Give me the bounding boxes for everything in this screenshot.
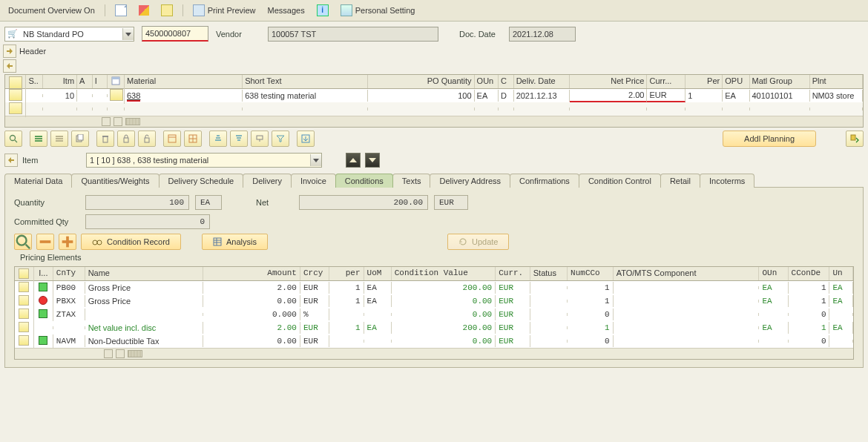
info-button[interactable]: i [313,3,332,18]
scroll-left-button[interactable] [104,349,113,358]
col-select[interactable] [5,75,26,88]
scroll-thumb[interactable] [125,118,140,125]
sort-desc-button[interactable] [230,131,248,147]
col-f-icon-header[interactable] [108,75,125,88]
tab-incoterms[interactable]: Incoterms [700,174,754,188]
condition-record-button[interactable]: Condition Record [81,234,181,250]
item-previous-button[interactable] [346,153,361,168]
deselect-all-button[interactable] [50,131,68,147]
pgcol-status[interactable]: Status [530,267,568,280]
item-grid-row[interactable]: 10 638 638 testing material 100 EA D 202… [5,89,863,102]
col-curr-header[interactable]: Curr... [647,75,685,88]
item-detail-collapse-button[interactable] [4,154,18,167]
pgcol-ato[interactable]: ATO/MTS Component [614,267,760,280]
col-a-header[interactable]: A [77,75,93,88]
col-i-header[interactable]: I [93,75,108,88]
tab-delivery-schedule[interactable]: Delivery Schedule [159,174,244,188]
row-net-price[interactable]: 2.00 [570,89,648,102]
col-po-qty-header[interactable]: PO Quantity [368,75,475,88]
row-select-button[interactable] [19,335,29,346]
row-select-button[interactable] [9,102,22,114]
layout-button[interactable] [184,131,202,147]
tab-material-data[interactable]: Material Data [4,174,72,188]
insert-line-button[interactable] [36,234,54,250]
chevron-down-icon[interactable] [310,154,321,166]
scroll-left-button[interactable] [102,117,111,126]
header-expand-button[interactable] [3,44,16,58]
details-button[interactable] [163,131,181,147]
tab-confirmations[interactable]: Confirmations [510,174,579,188]
detail-button[interactable] [4,131,22,147]
pgcol-cond-value[interactable]: Condition Value [392,267,496,280]
row-short-text[interactable]: 638 testing material [243,90,368,102]
pgcol-per[interactable]: per [329,267,364,280]
po-number-field[interactable]: 4500000807 [142,26,208,42]
pricing-row[interactable]: PBXXGross Price0.00EUR1EA0.00EUR1EA1EA [15,294,853,308]
pgcol-un[interactable]: Un [829,267,853,280]
item-grid-row-empty[interactable] [5,102,863,116]
scroll-right-button[interactable] [116,349,125,358]
personal-setting-button[interactable]: Personal Setting [337,3,419,18]
row-opu[interactable]: EA [723,90,749,102]
tab-texts[interactable]: Texts [392,174,431,188]
scroll-thumb[interactable] [128,350,142,357]
col-c-header[interactable]: C [499,75,514,88]
pgcol-curr[interactable]: Curr. [496,267,530,280]
new-doc-button[interactable] [111,3,131,18]
pgcol-oun[interactable]: OUn [759,267,788,280]
analysis-button[interactable]: Analysis [202,234,268,250]
addl-planning-button[interactable]: Addl Planning [723,131,816,147]
row-material-f4[interactable] [108,88,125,104]
pgcol-uom[interactable]: UoM [364,267,392,280]
doc-overview-button[interactable]: Document Overview On [4,4,99,16]
col-per-header[interactable]: Per [685,75,723,88]
item-grid-scrollbar[interactable] [5,116,863,127]
sort-asc-button[interactable] [209,131,227,147]
tab-condition-control[interactable]: Condition Control [579,174,661,188]
delete-button[interactable] [96,131,114,147]
select-all-button[interactable] [9,76,22,88]
lock-button[interactable] [117,131,135,147]
pricing-grid-scrollbar[interactable] [15,348,853,359]
po-type-dropdown[interactable]: 🛒 NB Standard PO [4,27,134,42]
col-status-header[interactable]: S.. [26,75,43,88]
row-plant[interactable]: NM03 store [810,90,863,102]
row-po-qty[interactable]: 100 [368,90,475,102]
row-material[interactable]: 638 [125,90,243,102]
col-oun-header[interactable]: OUn [475,75,499,88]
other-po-button[interactable] [135,4,153,17]
item-next-button[interactable] [365,153,380,168]
scroll-right-button[interactable] [114,117,122,126]
copy-button[interactable] [71,131,89,147]
tab-conditions[interactable]: Conditions [335,174,393,188]
tab-retail[interactable]: Retail [660,174,700,188]
pricing-row[interactable]: Net value incl. disc2.00EUR1EA200.00EUR1… [15,321,853,334]
row-currency[interactable]: EUR [647,89,685,102]
col-deliv-date-header[interactable]: Deliv. Date [514,75,570,88]
col-material-header[interactable]: Material [125,75,243,88]
select-all-button[interactable] [30,131,47,147]
messages-button[interactable]: Messages [264,4,309,16]
col-plant-header[interactable]: Plnt [810,75,863,88]
find-button[interactable] [251,131,269,147]
col-net-price-header[interactable]: Net Price [570,75,648,88]
pgcol-numcco[interactable]: NumCCo [568,267,614,280]
row-select-button[interactable] [19,309,29,319]
item-overview-collapse-button[interactable] [3,59,16,73]
update-button[interactable]: Update [447,234,509,250]
choose-button[interactable] [14,234,32,250]
tab-delivery[interactable]: Delivery [243,174,292,188]
reset-conditions-button[interactable] [846,131,864,147]
pgcol-cconde[interactable]: CConDe [789,267,830,280]
pricing-row[interactable]: PB00Gross Price2.00EUR1EA200.00EUR1EA1EA [15,281,853,294]
hold-button[interactable] [157,3,177,18]
chevron-down-icon[interactable] [122,28,134,40]
row-per[interactable]: 1 [685,90,723,102]
unlock-button[interactable] [138,131,156,147]
tab-delivery-address[interactable]: Delivery Address [430,174,510,188]
delete-line-button[interactable] [59,234,76,250]
row-select-button[interactable] [9,89,22,101]
row-select-button[interactable] [19,322,29,332]
row-select-button[interactable] [19,295,29,306]
row-oun[interactable]: EA [475,90,499,102]
